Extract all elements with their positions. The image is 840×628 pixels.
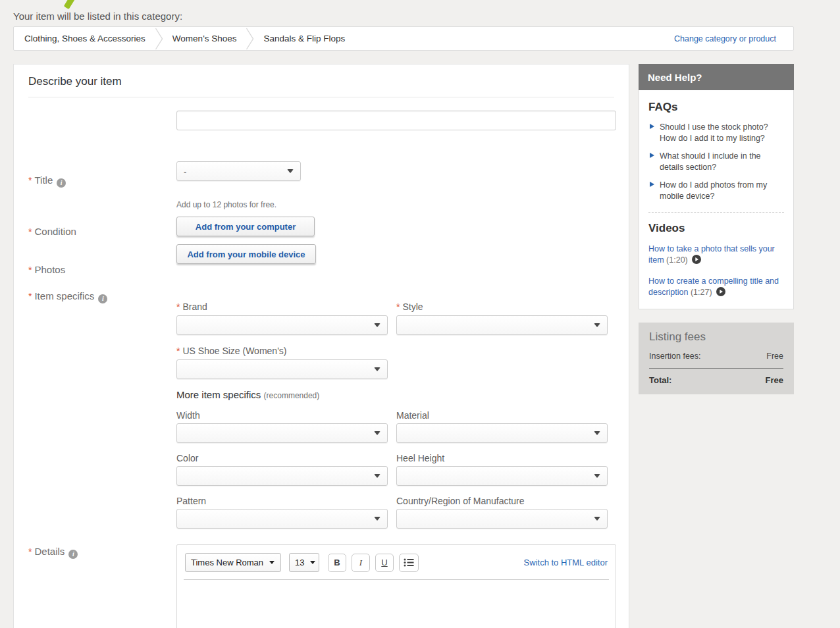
info-icon[interactable]: i [57,178,66,188]
chevron-down-icon [374,431,381,435]
info-icon[interactable]: i [98,294,107,303]
total-label: Total: [649,375,671,385]
required-marker: * [28,226,32,237]
underline-button[interactable]: U [375,554,394,572]
total-value: Free [766,375,783,385]
title-input[interactable] [176,111,616,130]
panel-title: Describe your item [28,65,614,97]
width-select[interactable] [176,423,388,443]
required-marker: * [28,265,32,275]
style-label: *Style [396,301,423,312]
video-link-photo-that-sells[interactable]: How to take a photo that sells your item… [648,244,780,266]
video-duration: (1:27) [691,288,712,297]
condition-label: *Condition [28,226,76,237]
width-label: Width [176,410,200,421]
videos-heading: Videos [648,222,784,235]
info-icon[interactable]: i [68,550,78,559]
font-family-select[interactable]: Times New Roman [185,553,281,572]
required-marker: * [176,301,180,312]
need-help-header: Need Help? [639,64,794,90]
brand-label: *Brand [176,301,207,312]
chevron-down-icon [310,561,315,564]
switch-html-editor-link[interactable]: Switch to HTML editor [524,558,608,567]
required-marker: * [396,301,400,312]
chevron-down-icon [287,169,294,173]
add-from-mobile-button[interactable]: Add from your mobile device [176,244,316,264]
faqs-heading: FAQs [648,101,784,114]
video-link-compelling-title[interactable]: How to create a compelling title and des… [648,276,780,298]
color-select[interactable] [176,466,388,486]
more-specifics-heading: More item specifics (recommended) [176,389,319,400]
chevron-down-icon [374,367,381,371]
faq-item-mobile-photos[interactable]: How do I add photos from my mobile devic… [648,180,784,201]
required-marker: * [28,291,32,301]
section-divider [648,212,784,213]
chevron-down-icon [269,561,275,564]
chevron-down-icon [594,474,600,478]
breadcrumb-item-sandals[interactable]: Sandals & Flip Flops [254,34,354,43]
need-help-panel: Need Help? FAQs Should I use the stock p… [639,64,794,309]
bullet-list-button[interactable] [399,554,419,572]
breadcrumb-item-clothing[interactable]: Clothing, Shoes & Accessories [14,34,155,43]
material-label: Material [396,410,429,421]
triangle-right-icon [650,182,654,187]
country-select[interactable] [396,509,608,529]
bullet-list-icon [404,558,414,567]
editor-content-area[interactable] [177,580,616,619]
shoe-size-select[interactable] [176,359,388,379]
heel-height-select[interactable] [396,466,608,486]
total-fees-row: Total: Free [649,369,783,385]
shoe-size-label: *US Shoe Size (Women's) [176,346,286,356]
ebay-logo-partial [64,0,80,9]
pattern-select[interactable] [176,509,388,529]
insertion-fees-label: Insertion fees: [649,352,701,361]
item-specifics-label: *Item specificsi [28,290,107,303]
describe-item-panel: Describe your item *Titlei *Condition - … [13,64,629,628]
condition-value: - [184,167,186,176]
breadcrumb-item-womens-shoes[interactable]: Women's Shoes [163,34,246,43]
insertion-fees-row: Insertion fees: Free [649,352,783,369]
faq-item-stock-photo[interactable]: Should I use the stock photo? How do I a… [648,122,784,144]
insertion-fees-value: Free [766,352,783,361]
details-editor: Times New Roman 13 B I U Switch to HTML … [176,544,616,628]
material-select[interactable] [396,423,608,443]
editor-toolbar: Times New Roman 13 B I U Switch to HTML … [177,545,616,579]
brand-select[interactable] [176,315,388,335]
font-size-value: 13 [295,558,304,567]
chevron-down-icon [594,517,600,521]
triangle-right-icon [650,153,654,158]
bold-button[interactable]: B [328,554,346,572]
details-label: *Detailsi [28,546,78,559]
category-note: Your item will be listed in this categor… [13,11,182,22]
required-marker: * [28,546,32,557]
style-select[interactable] [396,315,608,335]
title-label: *Titlei [28,174,66,188]
chevron-down-icon [594,323,600,327]
change-category-link[interactable]: Change category or product [674,34,776,43]
chevron-down-icon [374,474,381,478]
recommended-note: (recommended) [264,391,320,400]
add-from-computer-button[interactable]: Add from your computer [176,217,315,236]
play-icon[interactable] [716,287,725,296]
pattern-label: Pattern [176,496,206,506]
font-size-select[interactable]: 13 [289,553,319,572]
listing-fees-heading: Listing fees [649,330,783,344]
listing-fees-box: Listing fees Insertion fees: Free Total:… [639,323,794,394]
chevron-down-icon [374,323,381,327]
required-marker: * [28,175,32,186]
need-help-body: FAQs Should I use the stock photo? How d… [639,90,794,309]
italic-button[interactable]: I [352,554,370,572]
faq-item-details-section[interactable]: What should I include in the details sec… [648,151,784,172]
font-family-value: Times New Roman [191,558,263,567]
chevron-right-icon [155,27,163,51]
condition-select[interactable]: - [176,161,301,181]
photos-note: Add up to 12 photos for free. [176,200,276,209]
heel-height-label: Heel Height [396,453,444,463]
chevron-down-icon [374,517,381,521]
triangle-right-icon [650,124,654,129]
play-icon[interactable] [692,255,701,264]
country-label: Country/Region of Manufacture [396,496,525,506]
chevron-down-icon [594,431,600,435]
listing-page: Your item will be listed in this categor… [0,0,840,628]
photos-label: *Photos [28,264,65,275]
